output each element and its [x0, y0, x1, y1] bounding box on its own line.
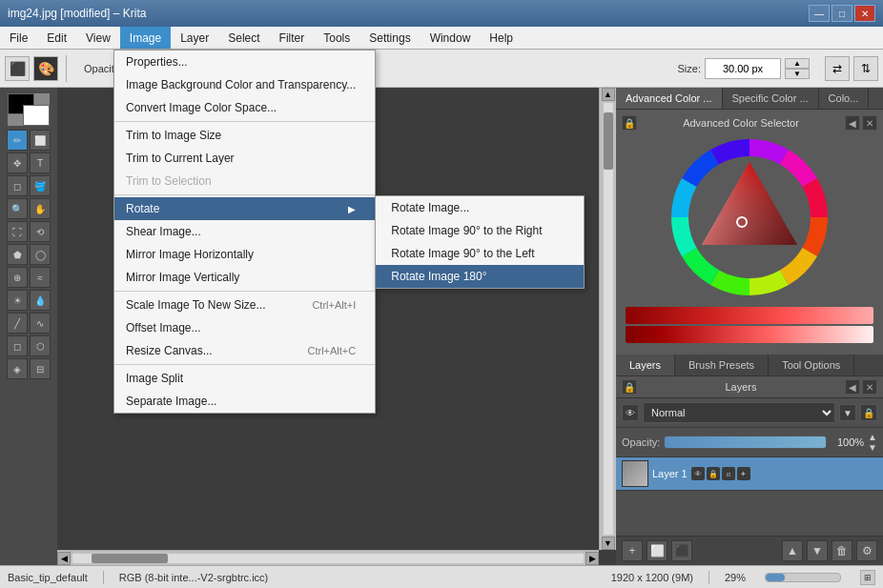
- menu-layer[interactable]: Layer: [171, 27, 218, 49]
- scroll-down-btn[interactable]: ▼: [602, 537, 615, 550]
- hue-slider[interactable]: [626, 307, 873, 324]
- color-panel-close[interactable]: ✕: [862, 115, 877, 131]
- move-layer-down-btn[interactable]: ▼: [807, 540, 828, 561]
- size-down[interactable]: ▼: [785, 69, 810, 79]
- layers-panel-icon[interactable]: 🔒: [622, 379, 637, 395]
- mirror-v-btn[interactable]: ⇅: [853, 56, 878, 81]
- submenu-rotate-90-left[interactable]: Rotate Image 90° to the Left: [376, 242, 584, 265]
- opacity-increment[interactable]: ▲: [868, 432, 877, 442]
- menu-image-split[interactable]: Image Split: [114, 367, 375, 390]
- tool-line[interactable]: ╱: [7, 313, 28, 334]
- layer-properties-btn[interactable]: ⚙: [856, 540, 877, 561]
- tab-tool-options[interactable]: Tool Options: [769, 355, 854, 375]
- tool-zoom[interactable]: 🔍: [7, 198, 28, 219]
- tool-eraser[interactable]: ◻: [7, 175, 28, 196]
- add-layer-btn[interactable]: +: [622, 540, 643, 561]
- color-panel-icon[interactable]: 🔒: [622, 115, 637, 131]
- menu-mirror-v[interactable]: Mirror Image Vertically: [114, 266, 375, 289]
- tool-similar-sel[interactable]: ⊟: [30, 358, 51, 379]
- menu-help[interactable]: Help: [480, 27, 523, 49]
- tool-bezier[interactable]: ∿: [30, 313, 51, 334]
- menu-file[interactable]: File: [0, 27, 37, 49]
- group-layer-btn[interactable]: ⬜: [647, 540, 667, 561]
- menu-properties[interactable]: Properties...: [114, 51, 375, 73]
- menu-edit[interactable]: Edit: [37, 27, 76, 49]
- layer-item[interactable]: Layer 1 👁 🔒 α ✦: [616, 457, 883, 491]
- menu-scale[interactable]: Scale Image To New Size... Ctrl+Alt+I: [114, 294, 375, 316]
- menu-convert-colorspace[interactable]: Convert Image Color Space...: [114, 96, 375, 119]
- tool-paint[interactable]: ✏: [7, 130, 28, 151]
- color-preview[interactable]: [8, 93, 50, 126]
- scroll-left-btn[interactable]: ◀: [57, 552, 71, 565]
- zoom-slider[interactable]: [765, 573, 841, 582]
- tab-layers[interactable]: Layers: [616, 355, 675, 375]
- color-wheel-svg[interactable]: [667, 134, 833, 301]
- blend-mode-arrow[interactable]: ▼: [839, 404, 856, 421]
- layer-alpha-icon[interactable]: α: [722, 467, 735, 480]
- menu-resize-canvas[interactable]: Resize Canvas... Ctrl+Alt+C: [114, 339, 375, 362]
- layer-lock-icon[interactable]: 🔒: [707, 467, 720, 480]
- size-input[interactable]: [705, 58, 781, 79]
- opacity-decrement[interactable]: ▼: [868, 442, 877, 453]
- tool-polygon[interactable]: ⬡: [30, 335, 51, 356]
- close-button[interactable]: ✕: [854, 5, 875, 22]
- menu-view[interactable]: View: [76, 27, 120, 49]
- minimize-button[interactable]: —: [809, 5, 830, 22]
- tool-select-rect[interactable]: ⬜: [30, 130, 51, 151]
- tool-contiguous-sel[interactable]: ◈: [7, 358, 28, 379]
- tab-specific-color[interactable]: Specific Color ...: [723, 88, 819, 109]
- tool-path[interactable]: ⬟: [7, 244, 28, 265]
- layers-arrow[interactable]: ◀: [845, 379, 860, 395]
- tab-color3[interactable]: Colo...: [819, 88, 870, 109]
- tab-advanced-color[interactable]: Advanced Color ...: [616, 88, 723, 109]
- layer-visibility-icon[interactable]: 👁: [691, 467, 705, 480]
- color-wheel-area[interactable]: [667, 134, 833, 301]
- maximize-button[interactable]: □: [832, 5, 852, 22]
- menu-window[interactable]: Window: [421, 27, 481, 49]
- menu-bg-color[interactable]: Image Background Color and Transparency.…: [114, 73, 375, 96]
- tool-text[interactable]: T: [30, 152, 51, 173]
- delete-layer-btn[interactable]: 🗑: [832, 540, 852, 561]
- blend-mode-select[interactable]: Normal: [643, 402, 835, 423]
- zoom-fit-btn[interactable]: ⊞: [860, 570, 875, 585]
- scrollbar-horizontal[interactable]: ◀ ▶: [57, 550, 599, 565]
- layers-visibility-icon[interactable]: 👁: [622, 404, 639, 421]
- scroll-thumb-v[interactable]: [604, 112, 613, 170]
- menu-tools[interactable]: Tools: [314, 27, 359, 49]
- scroll-up-btn[interactable]: ▲: [602, 88, 615, 101]
- tool-ellipse[interactable]: ◻: [7, 335, 28, 356]
- tab-brush-presets[interactable]: Brush Presets: [675, 355, 769, 375]
- scrollbar-vertical[interactable]: ▲ ▼: [599, 88, 616, 550]
- tool-fill[interactable]: 🪣: [30, 175, 51, 196]
- menu-shear[interactable]: Shear Image...: [114, 220, 375, 243]
- layers-lock-icon[interactable]: 🔒: [860, 404, 877, 421]
- tool-move[interactable]: ✥: [7, 152, 28, 173]
- tool-shape[interactable]: ◯: [30, 244, 51, 265]
- duplicate-layer-btn[interactable]: ⬛: [671, 540, 692, 561]
- tool-hand[interactable]: ✋: [30, 198, 51, 219]
- menu-trim-image[interactable]: Trim to Image Size: [114, 124, 375, 147]
- move-layer-up-btn[interactable]: ▲: [782, 540, 803, 561]
- menu-filter[interactable]: Filter: [270, 27, 315, 49]
- menu-settings[interactable]: Settings: [359, 27, 420, 49]
- menu-separate[interactable]: Separate Image...: [114, 390, 375, 413]
- menu-select[interactable]: Select: [218, 27, 269, 49]
- submenu-rotate-image[interactable]: Rotate Image...: [376, 196, 584, 219]
- submenu-rotate-180[interactable]: Rotate Image 180°: [376, 265, 584, 288]
- mirror-h-btn[interactable]: ⇄: [825, 56, 850, 81]
- scroll-thumb-h[interactable]: [92, 554, 168, 563]
- menu-mirror-h[interactable]: Mirror Image Horizontally: [114, 243, 375, 266]
- saturation-slider[interactable]: [626, 326, 873, 343]
- opacity-slider[interactable]: [664, 436, 827, 449]
- tool-crop[interactable]: ⛶: [7, 221, 28, 242]
- menu-offset[interactable]: Offset Image...: [114, 316, 375, 339]
- size-up[interactable]: ▲: [785, 58, 810, 69]
- tool-smudge[interactable]: ≈: [30, 267, 51, 288]
- layers-close[interactable]: ✕: [862, 379, 877, 395]
- submenu-rotate-90-right[interactable]: Rotate Image 90° to the Right: [376, 219, 584, 242]
- layer-inherit-icon[interactable]: ✦: [737, 467, 750, 480]
- menu-trim-layer[interactable]: Trim to Current Layer: [114, 147, 375, 170]
- color-panel-arrow-left[interactable]: ◀: [845, 115, 860, 131]
- tool-icon-1[interactable]: ⬛: [5, 56, 30, 81]
- tool-dodge[interactable]: ☀: [7, 290, 28, 311]
